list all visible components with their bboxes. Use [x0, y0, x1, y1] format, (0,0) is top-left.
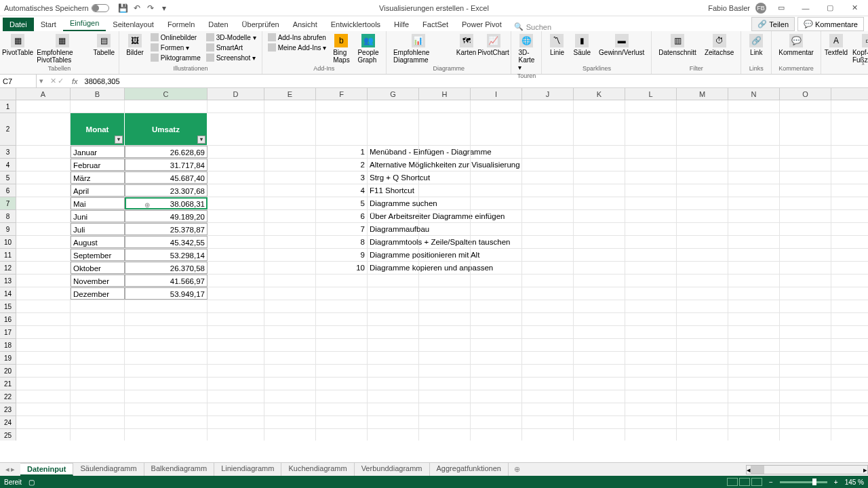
cell[interactable] [471, 429, 522, 441]
cell[interactable] [208, 339, 264, 351]
cell[interactable]: 38.068,31 [125, 197, 208, 209]
cell[interactable] [677, 223, 728, 235]
cell[interactable] [677, 403, 728, 415]
cell[interactable] [264, 113, 316, 145]
comment-button[interactable]: 💬Kommentar [776, 33, 816, 58]
cell[interactable] [208, 416, 264, 428]
cell[interactable] [208, 429, 264, 441]
cell[interactable] [16, 429, 71, 441]
cell[interactable]: 5 [316, 197, 368, 209]
cell[interactable] [471, 313, 522, 325]
cell[interactable] [574, 313, 625, 325]
smartart-button[interactable]: SmartArt [205, 43, 258, 52]
cell[interactable] [264, 184, 316, 197]
cell[interactable]: 45.342,55 [125, 236, 208, 248]
cell[interactable] [574, 378, 625, 390]
cell[interactable] [264, 390, 316, 403]
cell[interactable] [471, 390, 522, 403]
cell[interactable] [522, 352, 574, 364]
cell[interactable] [522, 197, 574, 209]
row-header[interactable]: 5 [0, 171, 16, 184]
cell[interactable] [125, 300, 208, 312]
cell[interactable] [419, 184, 471, 197]
col-header-N[interactable]: N [728, 88, 780, 100]
cell[interactable] [625, 378, 677, 390]
sheet-nav-next-icon[interactable]: ▸ [11, 465, 15, 474]
cell[interactable] [522, 378, 574, 390]
cell[interactable]: 53.949,17 [125, 287, 208, 300]
cell[interactable] [522, 210, 574, 222]
col-header-E[interactable]: E [264, 88, 316, 100]
sparkline-column-button[interactable]: ▮Säule [570, 33, 593, 58]
cell[interactable] [16, 146, 71, 158]
formula-input[interactable]: 38068,305 [82, 77, 868, 85]
cell[interactable] [264, 352, 316, 364]
cell[interactable] [780, 274, 831, 287]
cell[interactable]: Diagrammaufbau [368, 223, 419, 235]
cell[interactable] [522, 100, 574, 113]
cell[interactable] [625, 100, 677, 113]
cell[interactable] [625, 274, 677, 287]
cell[interactable] [780, 429, 831, 441]
cell[interactable] [728, 197, 780, 209]
add-sheet-button[interactable]: ⊕ [509, 464, 526, 475]
cell[interactable] [728, 339, 780, 351]
cell[interactable] [419, 313, 471, 325]
cell[interactable] [208, 352, 264, 364]
cell[interactable] [677, 113, 728, 145]
cell[interactable] [419, 100, 471, 113]
cell[interactable]: 3 [316, 171, 368, 184]
cell[interactable] [780, 171, 831, 184]
cell[interactable] [419, 300, 471, 312]
cell[interactable] [522, 171, 574, 184]
row-header[interactable]: 2 [0, 113, 16, 146]
cell[interactable] [316, 313, 368, 325]
cell[interactable] [419, 390, 471, 403]
cell[interactable] [677, 339, 728, 351]
cell[interactable] [780, 287, 831, 300]
cell[interactable] [677, 262, 728, 274]
collapse-ribbon-icon[interactable]: ˄ [861, 62, 865, 71]
maps-button[interactable]: 🗺Karten [456, 33, 477, 58]
cell[interactable]: 25.378,87 [125, 223, 208, 235]
cell[interactable] [368, 403, 419, 415]
cell[interactable] [264, 403, 316, 415]
cell[interactable] [728, 326, 780, 338]
cell[interactable] [471, 416, 522, 428]
cell[interactable] [208, 262, 264, 274]
cell[interactable] [71, 352, 125, 364]
cell[interactable] [125, 100, 208, 113]
cell[interactable] [677, 313, 728, 325]
cell[interactable] [522, 326, 574, 338]
tell-me-search[interactable]: 🔍Suchen [514, 22, 551, 31]
cell[interactable] [522, 429, 574, 441]
cell[interactable] [728, 390, 780, 403]
cell[interactable] [522, 339, 574, 351]
cell[interactable] [264, 429, 316, 441]
cell[interactable] [471, 249, 522, 261]
cell[interactable] [316, 274, 368, 287]
cell[interactable] [471, 326, 522, 338]
filter-icon[interactable]: ▾ [115, 136, 123, 144]
cell[interactable] [677, 365, 728, 377]
cell[interactable] [368, 390, 419, 403]
cell[interactable] [125, 313, 208, 325]
cell[interactable]: Mai [71, 197, 125, 209]
cell[interactable] [419, 223, 471, 235]
cell[interactable]: Juni [71, 210, 125, 222]
cell[interactable]: März [71, 171, 125, 184]
cell[interactable] [677, 274, 728, 287]
cell[interactable] [625, 236, 677, 248]
cell[interactable]: 9 [316, 249, 368, 261]
row-header[interactable]: 10 [0, 236, 16, 249]
cell[interactable] [728, 313, 780, 325]
pivotchart-button[interactable]: 📈PivotChart [480, 33, 507, 58]
cell[interactable] [677, 352, 728, 364]
cell[interactable] [677, 326, 728, 338]
header-footer-button[interactable]: ▭Kopf- und Fußzeile [850, 33, 868, 65]
cell[interactable] [208, 197, 264, 209]
cell[interactable] [574, 223, 625, 235]
cell[interactable] [574, 171, 625, 184]
cell[interactable] [208, 403, 264, 415]
cell[interactable] [125, 326, 208, 338]
